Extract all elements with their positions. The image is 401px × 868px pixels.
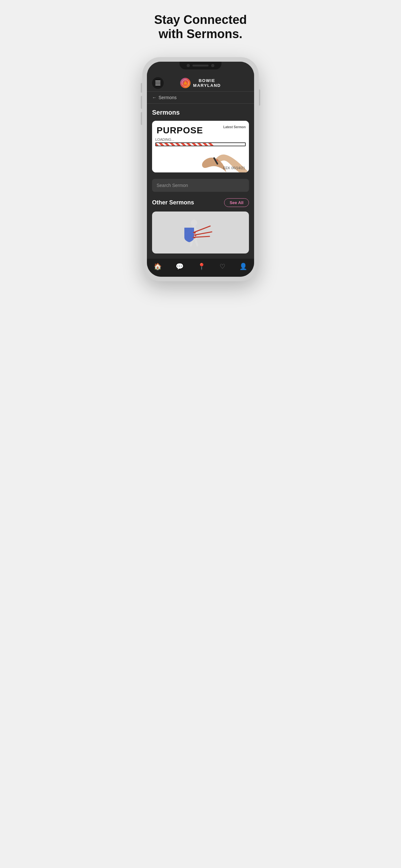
menu-line-2 <box>155 83 160 83</box>
side-button-left-3 <box>141 112 142 125</box>
chat-icon: 💬 <box>176 262 184 270</box>
other-sermon-card[interactable] <box>152 212 249 253</box>
nav-item-chat[interactable]: 💬 <box>176 262 184 270</box>
notch-camera <box>187 64 190 67</box>
side-button-left-2 <box>141 96 142 109</box>
notch-camera-2 <box>211 64 214 67</box>
nav-item-profile[interactable]: 👤 <box>239 262 247 270</box>
notch <box>180 62 221 69</box>
search-sermon-input[interactable]: Search Sermon <box>152 179 249 192</box>
side-button-left-1 <box>141 83 142 93</box>
menu-line-3 <box>155 85 160 85</box>
figure-illustration <box>152 212 249 253</box>
app-header: BOWIE MARYLAND <box>147 74 254 92</box>
svg-line-10 <box>195 237 197 245</box>
headline-line2: with Sermons. <box>158 27 243 41</box>
sermon-date: EEK 06/14/21 <box>223 166 245 170</box>
heart-icon: ♡ <box>220 262 225 270</box>
latest-sermon-badge: Latest Sermon <box>223 125 246 129</box>
brand-icon <box>180 78 190 88</box>
see-all-button[interactable]: See All <box>224 198 249 207</box>
sermons-section-title: Sermons <box>152 109 249 116</box>
location-icon: 📍 <box>197 262 206 270</box>
svg-point-5 <box>191 220 197 226</box>
other-sermons-title: Other Sermons <box>152 199 194 206</box>
side-button-right <box>259 89 260 105</box>
headline-line1: Stay Connected <box>154 13 247 27</box>
menu-button[interactable] <box>152 77 164 89</box>
purpose-text: PURPOSE <box>157 125 203 135</box>
back-nav[interactable]: ← Sermons <box>147 92 254 104</box>
nav-item-location[interactable]: 📍 <box>197 262 206 270</box>
notch-bar <box>147 62 254 74</box>
back-nav-label: Sermons <box>158 95 177 100</box>
phone-shell: BOWIE MARYLAND ← Sermons Sermons PURPOSE… <box>143 57 258 281</box>
phone-inner: BOWIE MARYLAND ← Sermons Sermons PURPOSE… <box>147 62 254 277</box>
app-content: Sermons PURPOSE Latest Sermon LOADING... <box>147 104 254 259</box>
page-wrapper: Stay Connected with Sermons. <box>134 0 267 301</box>
brand-logo: BOWIE MARYLAND <box>180 78 221 88</box>
other-sermons-header: Other Sermons See All <box>152 198 249 207</box>
sermon-card-image: PURPOSE Latest Sermon LOADING... <box>152 121 249 173</box>
search-placeholder: Search Sermon <box>157 183 188 188</box>
latest-sermon-card[interactable]: PURPOSE Latest Sermon LOADING... <box>152 121 249 173</box>
svg-point-2 <box>183 84 188 86</box>
menu-line-1 <box>155 81 160 82</box>
headline: Stay Connected with Sermons. <box>148 13 253 41</box>
nav-item-favorites[interactable]: ♡ <box>220 262 225 270</box>
bottom-nav: 🏠 💬 📍 ♡ 👤 <box>147 259 254 277</box>
notch-speaker <box>192 65 209 66</box>
home-icon: 🏠 <box>154 262 162 270</box>
brand-name: BOWIE MARYLAND <box>193 78 221 88</box>
svg-point-4 <box>217 159 218 161</box>
profile-icon: 👤 <box>239 262 247 270</box>
back-arrow-icon: ← <box>152 95 157 100</box>
nav-item-home[interactable]: 🏠 <box>154 262 162 270</box>
